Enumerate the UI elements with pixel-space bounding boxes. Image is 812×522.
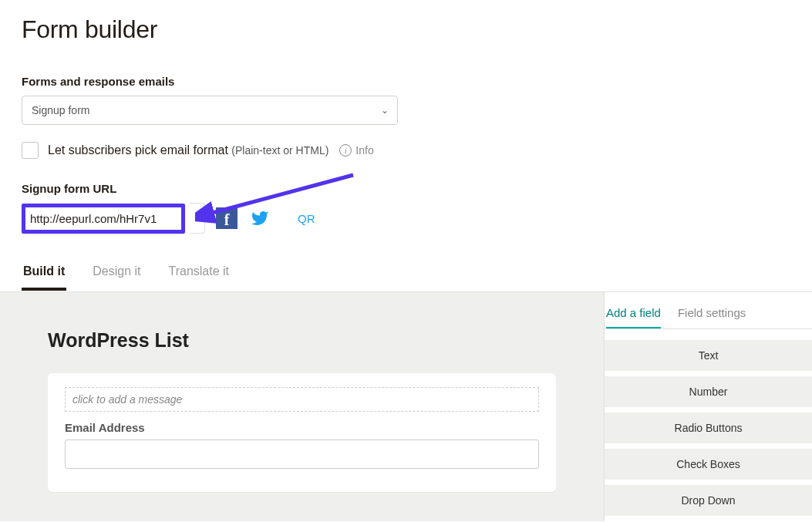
form-canvas: WordPress List click to add a message Em…	[0, 292, 604, 521]
forms-select[interactable]: Signup form	[22, 96, 398, 125]
field-option-radio[interactable]: Radio Buttons	[605, 413, 812, 443]
message-placeholder[interactable]: click to add a message	[65, 387, 539, 412]
forms-label: Forms and response emails	[22, 75, 790, 88]
field-side-panel: Add a field Field settings Text Number R…	[604, 292, 812, 521]
form-preview-title[interactable]: WordPress List	[48, 329, 556, 352]
signup-url-input[interactable]	[30, 212, 177, 225]
field-option-text[interactable]: Text	[605, 340, 812, 371]
signup-url-label: Signup form URL	[22, 182, 790, 195]
email-field-label: Email Address	[65, 421, 539, 434]
email-format-checkbox[interactable]	[22, 142, 39, 159]
url-trailing-box	[190, 203, 205, 234]
side-tab-add-field[interactable]: Add a field	[606, 306, 661, 328]
email-format-label: Let subscribers pick email format (Plain…	[48, 143, 329, 157]
page-title: Form builder	[22, 15, 790, 44]
email-field-input[interactable]	[65, 439, 539, 469]
main-tabs: Build it Design it Translate it	[22, 257, 790, 291]
field-option-number[interactable]: Number	[605, 376, 812, 407]
qr-link[interactable]: QR	[298, 212, 315, 225]
signup-url-highlight	[22, 204, 185, 234]
tab-translate-it[interactable]: Translate it	[167, 257, 231, 291]
info-text: Info	[355, 144, 373, 157]
tab-build-it[interactable]: Build it	[22, 257, 66, 291]
side-tab-field-settings[interactable]: Field settings	[678, 306, 746, 328]
form-card: click to add a message Email Address	[48, 373, 556, 492]
field-option-dropdown[interactable]: Drop Down	[605, 485, 812, 516]
facebook-icon[interactable]: f	[216, 207, 238, 229]
field-option-checkbox[interactable]: Check Boxes	[605, 449, 812, 480]
tab-design-it[interactable]: Design it	[91, 257, 142, 291]
twitter-icon[interactable]	[248, 209, 271, 227]
info-icon[interactable]: i	[339, 144, 352, 157]
